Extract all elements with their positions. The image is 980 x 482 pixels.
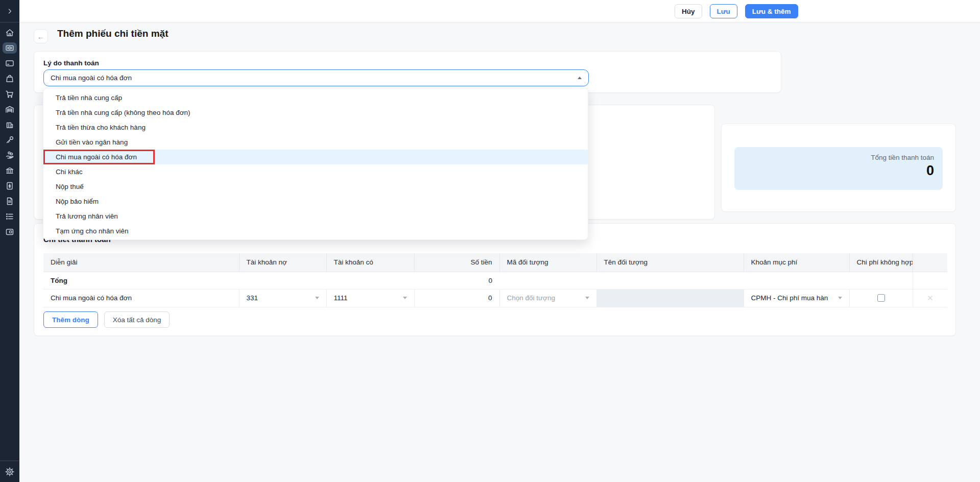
expense-item-value: CPMH - Chi phí mua hàn xyxy=(751,294,838,302)
sidebar xyxy=(0,0,19,482)
sidebar-nav xyxy=(0,22,19,237)
object-name-cell xyxy=(596,289,744,307)
col-credit-account: Tài khoản có xyxy=(326,253,414,272)
sidebar-item-purchases[interactable] xyxy=(3,73,17,84)
reason-select[interactable]: Chi mua ngoài có hóa đơn xyxy=(43,69,589,86)
dropdown-option-selected[interactable]: Chi mua ngoài có hóa đơn xyxy=(43,150,588,164)
sidebar-item-invoices[interactable] xyxy=(3,180,17,191)
chevron-up-icon xyxy=(578,77,582,79)
save-button[interactable]: Lưu xyxy=(710,4,737,18)
delete-row-button[interactable]: ✕ xyxy=(913,289,947,307)
dropdown-option[interactable]: Trả tiền nhà cung cấp (không theo hóa đơ… xyxy=(43,105,588,120)
dropdown-option[interactable]: Trả tiền thừa cho khách hàng xyxy=(43,120,588,135)
payment-details-table: Diễn giải Tài khoản nợ Tài khoản có Số t… xyxy=(43,253,947,307)
warehouse-icon xyxy=(5,104,15,114)
home-icon xyxy=(5,28,15,38)
sidebar-item-card[interactable] xyxy=(3,58,17,69)
col-description: Diễn giải xyxy=(43,253,239,272)
bank-icon xyxy=(5,165,15,176)
back-button[interactable]: ← xyxy=(34,29,48,43)
total-payment-value: 0 xyxy=(743,163,934,179)
sidebar-item-inventory[interactable] xyxy=(3,104,17,115)
delete-all-rows-button[interactable]: Xóa tất cả dòng xyxy=(104,311,170,328)
sidebar-item-documents[interactable] xyxy=(3,196,17,207)
dropdown-option[interactable]: Trả lương nhân viên xyxy=(43,209,588,224)
row-description: Chi mua ngoài có hóa đơn xyxy=(43,289,239,307)
add-row-button[interactable]: Thêm dòng xyxy=(43,311,98,328)
wallet-icon xyxy=(5,227,15,237)
col-amount: Số tiền xyxy=(414,253,499,272)
object-code-placeholder: Chọn đối tượng xyxy=(507,294,585,302)
chevron-right-icon xyxy=(6,7,14,15)
sidebar-item-settings[interactable] xyxy=(0,461,19,482)
cash-icon xyxy=(5,43,15,53)
total-amount: 0 xyxy=(414,272,499,289)
credit-account-value: 1111 xyxy=(334,294,403,302)
total-payment-label: Tổng tiền thanh toán xyxy=(743,154,934,161)
sidebar-expand-button[interactable] xyxy=(0,0,19,22)
arrow-left-icon: ← xyxy=(37,32,45,41)
table-actions: Thêm dòng Xóa tất cả dòng xyxy=(43,311,170,328)
reason-card: Lý do thanh toán Chi mua ngoài có hóa đơ… xyxy=(34,51,781,93)
dropdown-option[interactable]: Trả tiền nhà cung cấp xyxy=(43,90,588,105)
reason-dropdown: Trả tiền nhà cung cấp Trả tiền nhà cung … xyxy=(43,88,588,240)
col-expense-item: Khoản mục phí xyxy=(744,253,849,272)
col-object-name: Tên đối tượng xyxy=(596,253,744,272)
expense-item-select[interactable]: CPMH - Chi phí mua hàn xyxy=(751,294,842,302)
col-unreasonable-expense: Chi phí không hợp lý xyxy=(849,253,913,272)
invoice-dollar-icon xyxy=(5,181,15,191)
col-object-code: Mã đối tượng xyxy=(499,253,596,272)
total-row: Tổng 0 xyxy=(43,272,947,289)
debit-account-select[interactable]: 331 xyxy=(247,294,319,302)
shopping-bag-icon xyxy=(5,74,15,84)
sidebar-item-home[interactable] xyxy=(3,27,17,38)
reason-label: Lý do thanh toán xyxy=(43,59,99,67)
dropdown-option[interactable]: Chi khác xyxy=(43,164,588,179)
table-header-row: Diễn giải Tài khoản nợ Tài khoản có Số t… xyxy=(43,253,947,272)
dropdown-option[interactable]: Gửi tiền vào ngân hàng xyxy=(43,135,588,150)
credit-account-select[interactable]: 1111 xyxy=(334,294,407,302)
object-code-select[interactable]: Chọn đối tượng xyxy=(507,294,589,302)
building-icon xyxy=(5,119,15,130)
sidebar-item-cash[interactable] xyxy=(3,42,17,54)
cancel-button[interactable]: Hủy xyxy=(675,4,702,18)
sidebar-item-reports[interactable] xyxy=(3,211,17,222)
table-row: Chi mua ngoài có hóa đơn 331 1111 0 xyxy=(43,289,947,307)
hand-coins-icon xyxy=(5,150,15,160)
unreasonable-checkbox[interactable] xyxy=(877,294,885,302)
debit-account-value: 331 xyxy=(247,294,315,302)
chevron-down-icon xyxy=(403,297,407,299)
summary-card: Tổng tiền thanh toán 0 xyxy=(721,124,956,212)
topbar-buttons: Hủy Lưu Lưu & thêm xyxy=(675,4,798,18)
total-payment-box: Tổng tiền thanh toán 0 xyxy=(734,147,943,190)
payment-details-card: Chi tiết thanh toán Diễn giải Tài khoản … xyxy=(34,223,956,336)
list-icon xyxy=(5,211,15,222)
credit-card-icon xyxy=(5,58,15,68)
gear-icon xyxy=(5,467,15,477)
dropdown-option[interactable]: Nộp bảo hiểm xyxy=(43,194,588,209)
shopping-cart-icon xyxy=(5,89,15,99)
sidebar-item-payroll[interactable] xyxy=(3,150,17,161)
sidebar-item-sales[interactable] xyxy=(3,88,17,100)
sidebar-item-bank[interactable] xyxy=(3,165,17,176)
chevron-down-icon xyxy=(585,297,589,299)
chevron-down-icon xyxy=(315,297,319,299)
dropdown-option[interactable]: Nộp thuế xyxy=(43,179,588,194)
document-icon xyxy=(5,196,15,206)
dropdown-option[interactable]: Tạm ứng cho nhân viên xyxy=(43,224,588,238)
col-debit-account: Tài khoản nợ xyxy=(239,253,326,272)
sidebar-item-wallet[interactable] xyxy=(3,226,17,237)
total-label: Tổng xyxy=(43,272,239,289)
sidebar-item-company[interactable] xyxy=(3,119,17,130)
reason-select-value: Chi mua ngoài có hóa đơn xyxy=(51,74,132,82)
col-actions xyxy=(913,253,947,272)
page-title: Thêm phiếu chi tiền mặt xyxy=(57,28,168,39)
amount-input[interactable]: 0 xyxy=(414,289,499,307)
sidebar-item-tools[interactable] xyxy=(3,134,17,146)
chevron-down-icon xyxy=(838,297,842,299)
save-and-add-button[interactable]: Lưu & thêm xyxy=(745,4,798,18)
key-icon xyxy=(5,135,15,145)
top-action-bar: Hủy Lưu Lưu & thêm xyxy=(19,0,980,22)
